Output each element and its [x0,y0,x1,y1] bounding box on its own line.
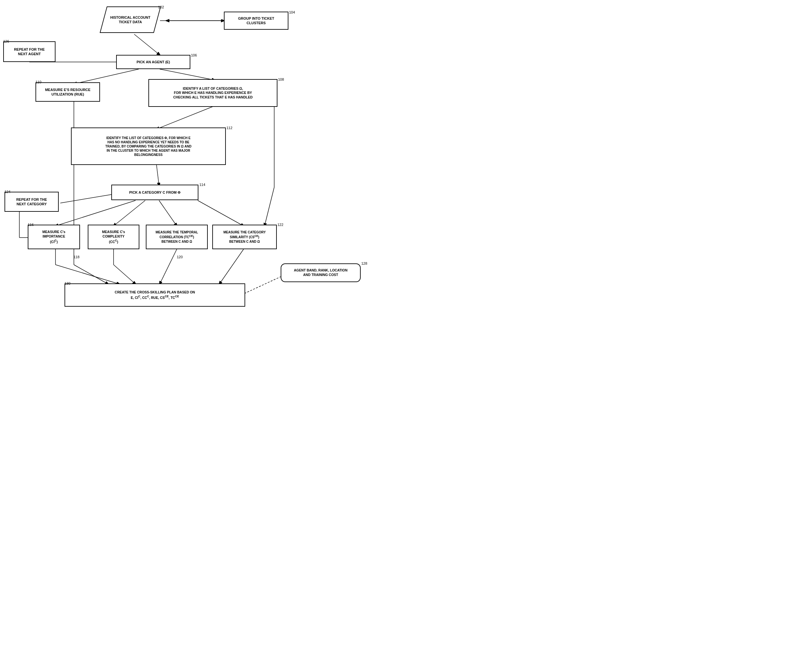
svg-line-29 [74,265,108,284]
svg-line-21 [240,274,287,295]
measure-tc-box: MEASURE THE TEMPORALCORRELATION (TCCE)BE… [146,225,208,249]
ref-130: 130 [65,282,70,285]
svg-line-19 [160,249,177,284]
ref-114: 114 [200,183,205,187]
pick-agent-box: PICK AN AGENT (E) [116,55,190,69]
svg-line-9 [55,200,135,226]
svg-line-20 [219,249,244,284]
identify-omega-box: IDENTIFY A LIST OF CATEGORIES Ω,FOR WHIC… [148,79,278,107]
svg-line-6 [160,69,214,80]
pick-category-box: PICK A CATEGORY C FROM Φ [111,185,198,200]
ref-104: 104 [289,10,295,14]
ref-116: 116 [28,223,34,226]
arrow-layer [0,0,406,332]
measure-rue-box: MEASURE E'S RESOURCEUTILIZATION (RUE) [36,82,100,102]
ref-124: 124 [5,190,10,194]
svg-line-10 [114,200,145,226]
ref-128: 128 [361,262,367,265]
svg-line-11 [159,200,177,226]
ref-122: 122 [278,223,283,226]
cross-skilling-box: CREATE THE CROSS-SKILLING PLAN BASED ONE… [65,283,245,307]
flowchart-diagram: HISTORICAL ACCOUNT TICKET DATA 102 GROUP… [0,0,406,332]
svg-line-5 [74,69,139,84]
svg-line-12 [198,200,244,226]
svg-line-14 [265,187,274,226]
svg-line-16 [55,265,119,284]
group-clusters-box: GROUP INTO TICKETCLUSTERS [224,11,288,30]
ref-118: 118 [73,255,80,259]
repeat-category-box: REPEAT FOR THENEXT CATEGORY [5,192,59,212]
historical-ticket-data-box: HISTORICAL ACCOUNT TICKET DATA [103,7,158,33]
measure-cs-box: MEASURE THE CATEGORYSIMILARITY (CSCE)BET… [212,225,277,249]
identify-phi-box: IDENTIFY THE LIST OF CATEGORIES Φ, FOR W… [71,127,226,165]
ref-126: 126 [3,39,9,43]
ref-120: 120 [177,255,183,259]
ref-102: 102 [158,5,164,9]
repeat-agent-box: REPEAT FOR THENEXT AGENT [3,41,55,62]
svg-line-18 [114,265,135,284]
ref-108: 108 [278,78,284,81]
measure-ci-box: MEASURE C'sIMPORTANCE(CIC) [28,225,80,249]
svg-line-7 [156,106,214,129]
svg-line-8 [156,164,159,186]
svg-line-2 [134,34,160,55]
agent-band-box: AGENT BAND, RANK, LOCATIONAND TRAINING C… [281,264,361,282]
ref-112: 112 [226,126,232,130]
ref-110: 110 [36,80,41,84]
measure-cc-box: MEASURE C'sCOMPLEXITY(CCC) [88,225,140,249]
ref-106: 106 [191,53,197,57]
